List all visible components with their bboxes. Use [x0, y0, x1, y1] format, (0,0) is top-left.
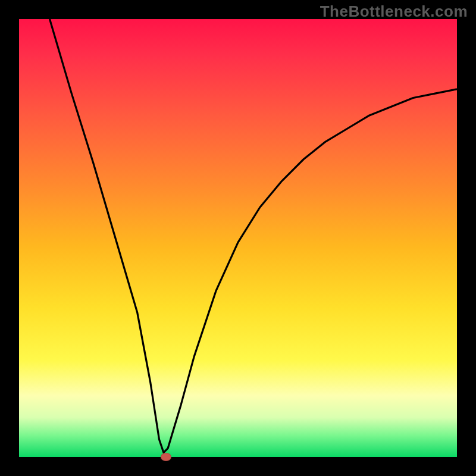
bottleneck-curve — [19, 19, 457, 457]
optimal-point-marker — [161, 453, 171, 461]
chart-frame: TheBottleneck.com — [0, 0, 476, 476]
plot-area — [19, 19, 457, 457]
watermark-text: TheBottleneck.com — [320, 2, 468, 21]
